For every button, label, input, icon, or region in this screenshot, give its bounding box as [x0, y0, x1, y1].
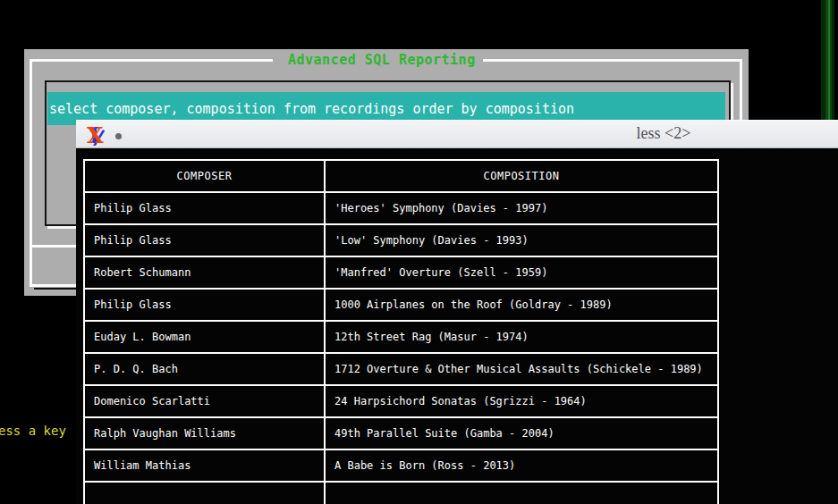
- table-row: P. D. Q. Bach1712 Overture & Other Music…: [84, 353, 718, 385]
- results-table: COMPOSER COMPOSITION Philip Glass'Heroes…: [83, 159, 719, 504]
- sql-query-text: select composer, composition from record…: [47, 101, 574, 117]
- table-cell: Philip Glass: [84, 289, 325, 321]
- table-row: Robert Schumann'Manfred' Overture (Szell…: [84, 256, 718, 289]
- table-cell: Euday L. Bowman: [84, 321, 325, 353]
- table-cell: 1000 Airplanes on the Roof (Goldray - 19…: [325, 289, 718, 321]
- column-header-composer: COMPOSER: [84, 160, 325, 192]
- table-body: Philip Glass'Heroes' Symphony (Davies - …: [84, 192, 718, 504]
- table-cell: 49th Parallel Suite (Gamba - 2004): [325, 417, 718, 449]
- table-cell: Robert Schumann: [84, 256, 325, 289]
- frame-left-edge: [30, 59, 32, 287]
- table-row: Domenico Scarlatti24 Harpsichord Sonatas…: [84, 385, 718, 417]
- table-cell: Ralph Vaughan Williams: [84, 417, 325, 449]
- less-window-title: less <2>: [610, 124, 717, 143]
- table-cell: 'Heroes' Symphony (Davies - 1997): [325, 192, 718, 224]
- table-cell: P. D. Q. Bach: [84, 353, 325, 385]
- report-window-title: Advanced SQL Reporting: [288, 52, 476, 68]
- table-row: [84, 482, 718, 504]
- table-cell: [84, 482, 325, 504]
- table-cell: Domenico Scarlatti: [84, 385, 325, 417]
- frame-top-left-segment: [30, 59, 273, 62]
- table-cell: A Babe is Born (Ross - 2013): [325, 449, 718, 482]
- table-cell: 'Low' Symphony (Davies - 1993): [325, 224, 718, 256]
- terminal-green-stripe-highlight: [828, 0, 830, 120]
- table-header-row: COMPOSER COMPOSITION: [84, 160, 718, 192]
- table-cell: 12th Street Rag (Masur - 1974): [325, 321, 718, 353]
- frame-top-right-segment: [483, 59, 742, 62]
- table-cell: William Mathias: [84, 449, 325, 482]
- x11-logo-icon[interactable]: I / X: [85, 124, 106, 146]
- terminal-green-stripe: [821, 0, 834, 120]
- table-row: Philip Glass'Heroes' Symphony (Davies - …: [84, 192, 718, 224]
- table-row: Philip Glass'Low' Symphony (Davies - 199…: [84, 224, 718, 256]
- table-cell: 24 Harpsichord Sonatas (Sgrizzi - 1964): [325, 385, 718, 417]
- table-cell: [325, 482, 718, 504]
- desktop-screen: Advanced SQL Reporting select composer, …: [0, 0, 838, 504]
- table-row: William MathiasA Babe is Born (Ross - 20…: [84, 449, 718, 482]
- table-row: Philip Glass1000 Airplanes on the Roof (…: [84, 289, 718, 321]
- terminal-prompt-text: ess a key: [0, 424, 66, 438]
- column-header-composition: COMPOSITION: [325, 160, 718, 192]
- dot-icon: [115, 133, 122, 139]
- table-cell: 1712 Overture & Other Musical Assaults (…: [325, 353, 718, 385]
- table-cell: 'Manfred' Overture (Szell - 1959): [325, 256, 718, 289]
- less-window-titlebar[interactable]: I / X less <2>: [76, 120, 838, 148]
- table-row: Euday L. Bowman12th Street Rag (Masur - …: [84, 321, 718, 353]
- table-cell: Philip Glass: [84, 224, 325, 256]
- less-window: I / X less <2> COMPOSER COMPOSITION Phil…: [76, 120, 838, 504]
- svg-text:X: X: [87, 124, 104, 146]
- table-row: Ralph Vaughan Williams49th Parallel Suit…: [84, 417, 718, 449]
- table-cell: Philip Glass: [84, 192, 325, 224]
